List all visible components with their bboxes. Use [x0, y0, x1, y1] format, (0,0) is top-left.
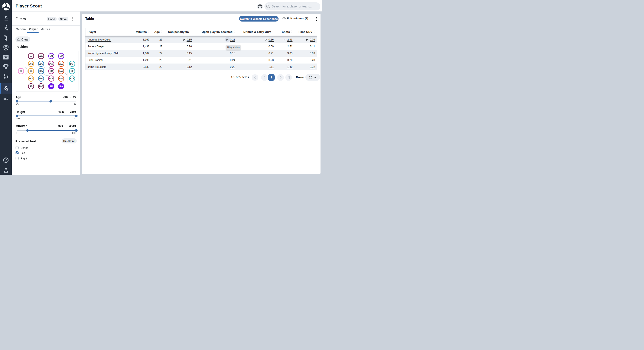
svg-text:RB: RB — [30, 85, 32, 88]
svg-text:RCB: RCB — [29, 78, 33, 80]
svg-text:RWB: RWB — [38, 85, 44, 88]
svg-text:LB: LB — [30, 55, 32, 57]
svg-text:RCM: RCM — [49, 78, 54, 80]
svg-text:RDM: RDM — [38, 78, 43, 80]
svg-text:LCM: LCM — [49, 63, 54, 65]
svg-text:LWB: LWB — [38, 55, 43, 57]
svg-text:CDM: CDM — [38, 70, 43, 72]
svg-text:LAM: LAM — [59, 63, 63, 65]
svg-text:RCF: RCF — [70, 78, 74, 80]
svg-text:CAM: CAM — [58, 70, 63, 72]
svg-text:LM: LM — [50, 55, 53, 57]
svg-text:RAM: RAM — [58, 78, 63, 80]
svg-text:LW: LW — [60, 55, 63, 57]
svg-text:GK: GK — [20, 70, 22, 72]
svg-text:LDM: LDM — [39, 63, 43, 65]
svg-text:LCF: LCF — [70, 63, 74, 65]
svg-text:CM: CM — [50, 70, 53, 72]
svg-text:CF: CF — [71, 70, 74, 72]
svg-text:RM: RM — [50, 85, 53, 88]
svg-text:LCB: LCB — [29, 63, 33, 65]
svg-text:RW: RW — [59, 85, 63, 88]
svg-text:CB: CB — [30, 70, 32, 72]
